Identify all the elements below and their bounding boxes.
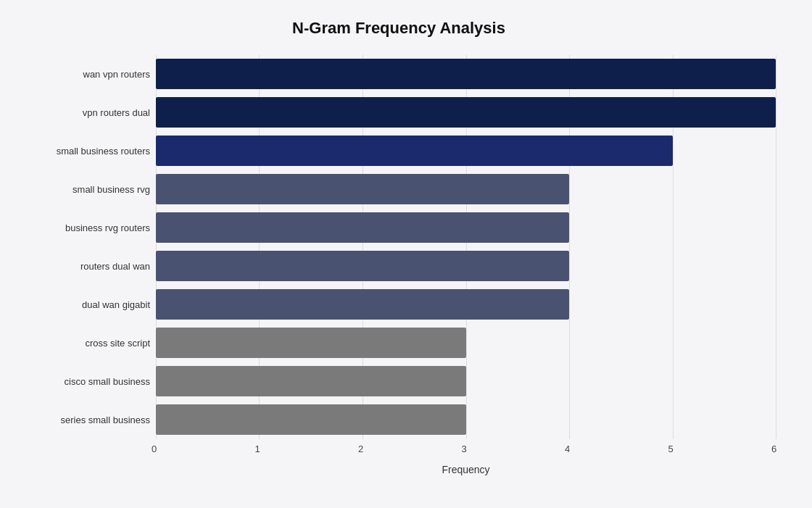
chart-area: wan vpn routersvpn routers dualsmall bus…: [22, 55, 776, 439]
x-tick: 5: [668, 444, 674, 454]
bar: [156, 174, 569, 204]
y-label: series small business: [22, 401, 150, 439]
bar: [156, 404, 466, 435]
bar-row: [156, 171, 776, 207]
bar: [156, 366, 466, 396]
chart-title: N-Gram Frequency Analysis: [22, 19, 776, 38]
y-label: cross site script: [22, 324, 150, 362]
y-label: wan vpn routers: [22, 55, 150, 93]
bar-row: [156, 209, 776, 246]
grid-line: [776, 55, 776, 439]
x-tick: 1: [254, 444, 260, 454]
bar-row: [156, 94, 776, 130]
y-label: small business rvg: [22, 170, 150, 209]
bars-area: [156, 55, 776, 439]
chart-container: N-Gram Frequency Analysis wan vpn router…: [7, 4, 805, 504]
x-axis-ticks: 0123456: [156, 444, 776, 458]
bar: [156, 251, 569, 281]
bar-row: [156, 401, 776, 438]
y-label: vpn routers dual: [22, 93, 150, 132]
y-label: routers dual wan: [22, 247, 150, 286]
bar-row: [156, 248, 776, 284]
y-label: small business routers: [22, 132, 150, 170]
y-label: dual wan gigabit: [22, 286, 150, 324]
x-tick: 6: [771, 444, 776, 454]
bar-row: [156, 363, 776, 399]
y-label: business rvg routers: [22, 209, 150, 247]
x-axis-label: Frequency: [156, 464, 776, 475]
x-tick: 4: [565, 444, 570, 454]
bar: [156, 212, 569, 243]
bar-row: [156, 56, 776, 92]
x-tick: 2: [358, 444, 363, 454]
y-label: cisco small business: [22, 362, 150, 401]
y-axis-labels: wan vpn routersvpn routers dualsmall bus…: [22, 55, 156, 439]
x-tick: 0: [152, 444, 157, 454]
x-tick: 3: [462, 444, 467, 454]
bar: [156, 97, 776, 128]
bar: [156, 328, 466, 358]
bar: [156, 289, 569, 320]
bar: [156, 136, 673, 166]
bar-row: [156, 325, 776, 361]
bar-row: [156, 133, 776, 169]
bar-row: [156, 286, 776, 322]
bar: [156, 59, 776, 89]
